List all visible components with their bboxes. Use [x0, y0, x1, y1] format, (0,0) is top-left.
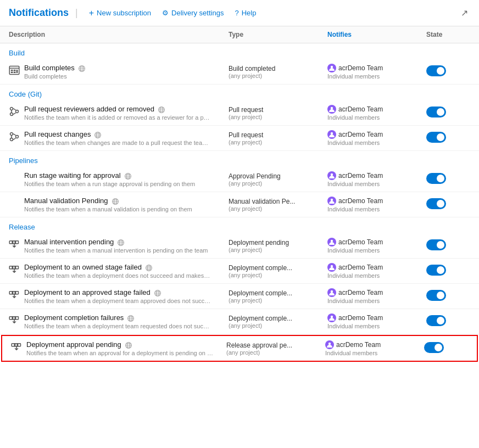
notifies-cell: acrDemo Team Individual members	[327, 313, 426, 329]
type-sub: (any project)	[229, 205, 327, 212]
row-subtitle: Notifies the team when it is added or re…	[24, 114, 211, 121]
desc-cell: Build completes Build completes	[9, 64, 229, 80]
delivery-settings-button[interactable]: ⚙ Delivery settings	[158, 7, 228, 19]
row-title: Deployment to an owned stage failed	[24, 263, 142, 271]
svg-rect-4	[14, 70, 16, 71]
svg-point-23	[10, 138, 13, 141]
notification-row-manual-intervention: Manual intervention pending Notifies the…	[0, 233, 479, 259]
row-title: Pull request changes	[24, 130, 91, 138]
state-toggle[interactable]	[426, 198, 446, 209]
notifies-cell: acrDemo Team Individual members	[325, 340, 424, 356]
state-toggle[interactable]	[426, 290, 446, 301]
type-cell: Pull request (any project)	[229, 106, 327, 120]
notifies-sub: Individual members	[327, 298, 426, 304]
state-cell	[426, 173, 470, 186]
section-header-code-git: Code (Git)	[0, 85, 479, 100]
help-label: Help	[242, 9, 257, 17]
notification-table: Build Build completes	[0, 43, 479, 362]
page-title: Notifications	[9, 7, 69, 19]
type-name: Pull request	[229, 106, 327, 114]
row-title: Build completes	[24, 64, 75, 72]
state-toggle[interactable]	[426, 173, 446, 184]
desc-cell: Run stage waiting for approval Notifies …	[9, 171, 229, 187]
notifies-cell: acrDemo Team Individual members	[327, 171, 426, 187]
team-avatar-icon	[327, 171, 336, 180]
svg-point-86	[331, 316, 333, 318]
type-sub: (any project)	[229, 114, 327, 120]
notifies-name: acrDemo Team	[327, 130, 426, 139]
notifies-name: acrDemo Team	[325, 340, 424, 349]
type-name: Deployment comple...	[229, 315, 327, 322]
team-name: acrDemo Team	[338, 105, 383, 113]
notifies-name: acrDemo Team	[327, 171, 426, 180]
row-icon	[9, 106, 20, 119]
notifies-cell: acrDemo Team Individual members	[327, 288, 426, 304]
team-avatar-icon	[327, 313, 336, 322]
col-description: Description	[9, 31, 229, 38]
team-name: acrDemo Team	[338, 197, 383, 205]
type-sub: (any project)	[229, 247, 327, 253]
notifies-sub: Individual members	[327, 323, 426, 329]
notification-row-run-stage-approval: Run stage waiting for approval Notifies …	[0, 167, 479, 192]
svg-rect-6	[16, 70, 18, 73]
row-subtitle: Notifies the team when a deployment team…	[24, 298, 211, 304]
svg-point-30	[331, 132, 333, 135]
state-toggle[interactable]	[426, 107, 446, 117]
notification-row-deployment-owned-failed: Deployment to an owned stage failed Noti…	[0, 259, 479, 284]
state-toggle[interactable]	[426, 265, 446, 276]
type-sub: (any project)	[229, 139, 327, 145]
notifies-name: acrDemo Team	[327, 288, 426, 297]
new-subscription-button[interactable]: + New subscription	[85, 6, 155, 20]
svg-point-22	[10, 133, 13, 136]
type-sub: (any project)	[226, 349, 325, 356]
notifies-name: acrDemo Team	[327, 238, 426, 247]
state-cell	[424, 342, 468, 355]
gear-icon: ⚙	[162, 9, 169, 17]
desc-cell: Deployment approval pending Notifies the…	[11, 340, 226, 356]
row-subtitle: Notifies the team when an approval for a…	[26, 350, 213, 356]
notification-row-deployment-completion-failures: Deployment completion failures Notifies …	[0, 309, 479, 334]
type-cell: Deployment pending (any project)	[229, 239, 327, 253]
new-subscription-label: New subscription	[97, 9, 151, 17]
type-name: Release approval pe...	[226, 341, 325, 349]
state-cell	[426, 239, 470, 252]
type-name: Manual validation Pe...	[229, 198, 327, 205]
state-toggle[interactable]	[426, 239, 446, 250]
notifies-sub: Individual members	[327, 73, 426, 80]
table-header: Description Type Notifies State	[0, 26, 479, 43]
team-avatar-icon	[325, 340, 334, 349]
state-cell	[426, 65, 470, 78]
team-avatar-icon	[327, 105, 336, 114]
type-sub: (any project)	[229, 72, 327, 79]
team-name: acrDemo Team	[338, 289, 383, 296]
notifies-sub: Individual members	[327, 272, 426, 279]
help-button[interactable]: ? Help	[230, 7, 260, 19]
type-name: Deployment comple...	[229, 264, 327, 272]
team-avatar-icon	[327, 197, 336, 205]
svg-point-15	[16, 110, 19, 113]
state-toggle[interactable]	[426, 132, 446, 143]
team-avatar-icon	[327, 130, 336, 139]
state-cell	[426, 265, 470, 277]
row-subtitle: Notifies the team when a deployment team…	[24, 323, 211, 329]
notifies-cell: acrDemo Team Individual members	[327, 130, 426, 146]
notifies-cell: acrDemo Team Individual members	[327, 238, 426, 254]
svg-point-24	[16, 136, 19, 138]
desc-cell: Manual intervention pending Notifies the…	[9, 238, 229, 254]
expand-button[interactable]: ↗	[459, 5, 470, 20]
state-toggle[interactable]	[426, 65, 446, 76]
type-sub: (any project)	[229, 297, 327, 304]
svg-marker-91	[14, 349, 19, 351]
svg-point-53	[331, 240, 333, 242]
row-subtitle: Notifies the team when a deployment does…	[24, 272, 211, 279]
svg-rect-2	[11, 70, 13, 71]
state-toggle[interactable]	[426, 315, 446, 326]
notifies-sub: Individual members	[327, 181, 426, 187]
svg-point-36	[331, 173, 333, 176]
state-toggle[interactable]	[424, 342, 444, 353]
notification-row-deployment-approval-pending: Deployment approval pending Notifies the…	[1, 335, 478, 362]
state-cell	[426, 198, 470, 211]
row-title: Deployment approval pending	[26, 340, 121, 349]
row-subtitle: Notifies the team when a manual validati…	[24, 206, 211, 212]
svg-point-97	[328, 343, 331, 345]
